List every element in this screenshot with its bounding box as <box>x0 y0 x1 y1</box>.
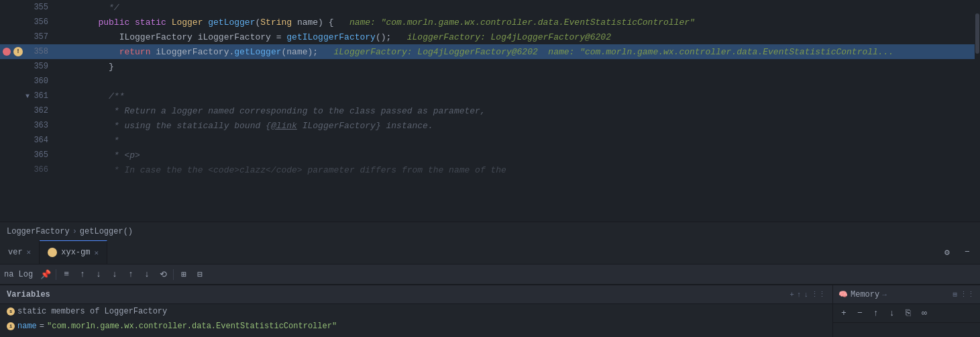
line-gutter-365: 365 <box>0 150 54 160</box>
memory-label: Memory <box>851 290 879 299</box>
minimize-icon[interactable]: − <box>960 245 975 260</box>
toolbar-label: na Log <box>4 270 33 279</box>
line-gutter-366: 366 <box>0 165 54 175</box>
code-line-359: 359 } <box>0 59 980 74</box>
variables-label: Variables <box>7 290 50 299</box>
memory-icon: 🧠 <box>838 290 848 299</box>
step-up-btn[interactable]: ↑ <box>75 267 90 282</box>
step-down-btn[interactable]: ↓ <box>91 267 106 282</box>
memory-panel: 🧠 Memory → ⊞ ⋮⋮ + − ↑ ↓ ⎘ ∞ <box>832 285 980 337</box>
scrollbar-thumb <box>975 13 979 54</box>
variables-panel: Variables + ↑ ↓ ⋮⋮ s static members of L… <box>0 285 832 337</box>
evaluate-btn[interactable]: ⟲ <box>156 267 170 282</box>
line-number-366: 366 <box>34 165 48 175</box>
variables-panel-header: Variables + ↑ ↓ ⋮⋮ <box>0 285 832 304</box>
memory-add-btn[interactable]: + <box>837 307 851 320</box>
panel-settings-icon[interactable]: ⋮⋮ <box>811 290 826 299</box>
memory-header-left: 🧠 Memory → <box>838 290 887 299</box>
breadcrumb-separator: › <box>72 227 77 236</box>
breadcrumb-item-2[interactable]: getLogger() <box>80 227 133 236</box>
panel-header-right: + ↑ ↓ ⋮⋮ <box>790 290 826 299</box>
line-gutter-363: 363 <box>0 121 54 130</box>
var-equals: = <box>40 322 44 331</box>
tabs-container: ver ✕ xyx-gm ✕ <box>0 240 107 264</box>
var-row-static: s static members of LoggerFactory <box>0 304 832 319</box>
panel-expand-icon[interactable]: + <box>790 291 794 299</box>
toolbar-separator-2 <box>173 269 174 280</box>
bottom-panel: Variables + ↑ ↓ ⋮⋮ s static members of L… <box>0 285 980 337</box>
line-gutter-361: ▼ 361 <box>0 91 54 101</box>
memory-down-btn[interactable]: ↓ <box>885 307 899 320</box>
tab-ver-label: ver <box>8 248 23 257</box>
memory-close-icon[interactable]: ⋮⋮ <box>960 290 975 299</box>
panel-header-left: Variables <box>7 290 50 299</box>
run-cursor-btn[interactable]: ↓ <box>140 267 154 282</box>
panel-collapse-icon[interactable]: ↓ <box>804 291 808 299</box>
memory-header-right: ⊞ ⋮⋮ <box>952 290 975 299</box>
line-gutter-364: 364 <box>0 136 54 145</box>
tab-ver[interactable]: ver ✕ <box>0 240 40 264</box>
tab-xyx-gm[interactable]: xyx-gm ✕ <box>40 240 107 264</box>
line-number-355: 355 <box>34 3 48 12</box>
line-number-361: 361 <box>34 91 48 101</box>
memory-panel-header: 🧠 Memory → ⊞ ⋮⋮ <box>833 285 980 304</box>
line-gutter-362: 362 <box>0 106 54 115</box>
line-gutter-359: 359 <box>0 62 54 71</box>
frames-grid-btn[interactable]: ⊞ <box>176 267 191 282</box>
line-number-364: 364 <box>34 136 48 145</box>
tab-xyx-gm-label: xyx-gm <box>61 248 90 257</box>
var-row-ilogger: iLoggerFactory = {Log4jLoggerFactory@620… <box>0 334 832 337</box>
tab-xyx-gm-icon <box>48 248 57 257</box>
line-number-360: 360 <box>34 77 48 86</box>
line-gutter-357: 357 <box>0 32 54 42</box>
panel-pin-icon[interactable]: ↑ <box>797 291 802 299</box>
memory-up-btn[interactable]: ↑ <box>869 307 883 320</box>
line-number-356: 356 <box>34 17 48 27</box>
code-token: } <box>98 62 113 72</box>
code-line-366: 366 * In case the the <code>clazz</code>… <box>0 162 980 177</box>
settings-icon[interactable]: ⚙ <box>940 245 955 260</box>
toolbar-separator <box>56 269 56 280</box>
hint-icon: ! <box>13 47 23 56</box>
step-out-btn[interactable]: ↑ <box>123 267 138 282</box>
memory-expand-icon[interactable]: ⊞ <box>952 290 957 299</box>
code-token: * In case the the <code>clazz</code> par… <box>98 165 506 175</box>
step-into-btn[interactable]: ↓ <box>107 267 122 282</box>
line-gutter-356: 356 <box>0 17 54 27</box>
line-number-362: 362 <box>34 106 48 115</box>
tab-actions: ⚙ − <box>940 245 980 260</box>
code-editor: 355 */ 356 public static Logger getLogge… <box>0 0 980 222</box>
breadcrumb: LoggerFactory › getLogger() <box>0 222 980 240</box>
tab-ver-close[interactable]: ✕ <box>27 248 32 256</box>
line-number-363: 363 <box>34 121 48 130</box>
all-frames-btn[interactable]: ≡ <box>59 267 74 282</box>
line-number-358: 358 <box>34 47 48 56</box>
tab-xyx-gm-close[interactable]: ✕ <box>94 248 99 257</box>
memory-copy-btn[interactable]: ⎘ <box>902 307 915 320</box>
line-content-366: * In case the the <code>clazz</code> par… <box>54 155 792 185</box>
var-icon-static: s <box>7 307 15 316</box>
line-number-357: 357 <box>34 32 48 42</box>
memory-infinity-btn[interactable]: ∞ <box>918 307 931 320</box>
var-row-name: i name = "com.morln.game.wx.controller.d… <box>0 319 832 334</box>
fold-icon-361[interactable]: ▼ <box>23 91 32 101</box>
memory-remove-btn[interactable]: − <box>853 307 867 320</box>
breadcrumb-item-1[interactable]: LoggerFactory <box>7 227 70 236</box>
line-gutter-358: ! 358 <box>0 47 54 56</box>
line-gutter-355: 355 <box>0 3 54 12</box>
line-gutter-360: 360 <box>0 77 54 86</box>
var-static-text: static members of LoggerFactory <box>17 307 167 316</box>
code-lines: 355 */ 356 public static Logger getLogge… <box>0 0 980 177</box>
var-name-label: name <box>17 322 37 331</box>
memory-toolbar: + − ↑ ↓ ⎘ ∞ <box>833 304 980 323</box>
breakpoint-icon <box>3 48 11 56</box>
vertical-scrollbar[interactable] <box>975 0 980 222</box>
line-number-359: 359 <box>34 62 48 71</box>
var-icon-name: i <box>7 322 15 330</box>
line-number-365: 365 <box>34 150 48 160</box>
var-name-value: "com.morln.game.wx.controller.data.Event… <box>47 322 337 331</box>
threads-btn[interactable]: ⊟ <box>193 267 207 282</box>
pin-btn[interactable]: 📌 <box>38 267 53 282</box>
memory-arrow: → <box>882 291 887 299</box>
debug-toolbar: na Log 📌 ≡ ↑ ↓ ↓ ↑ ↓ ⟲ ⊞ ⊟ <box>0 264 980 285</box>
